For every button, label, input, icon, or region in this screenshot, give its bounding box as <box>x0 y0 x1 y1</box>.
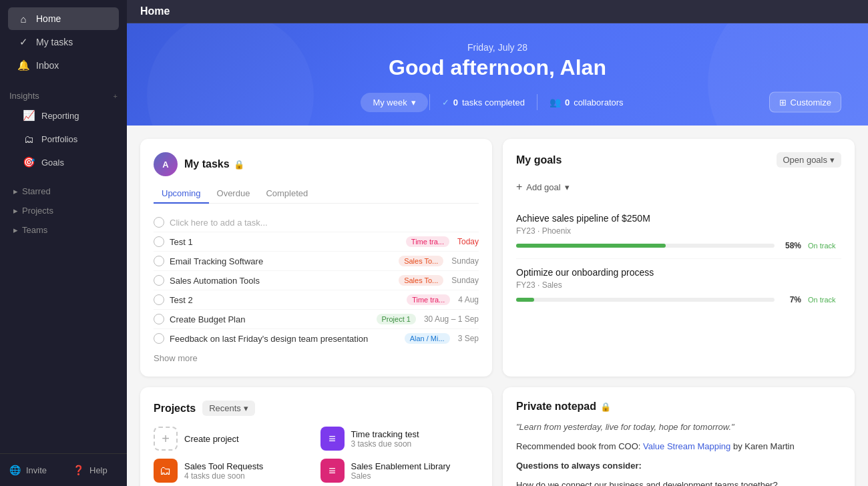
hero-stats: My week ✓ 0 tasks completed 👥 0 collabor… <box>140 92 855 112</box>
task-row[interactable]: Test 2 Time tra... 4 Aug <box>154 290 479 310</box>
project-item[interactable]: ≡ Sales Enablement Library Sales <box>320 459 479 483</box>
goals-icon: 🎯 <box>23 156 35 168</box>
task-name: Create Budget Plan <box>170 314 371 324</box>
task-check[interactable] <box>154 294 164 305</box>
sidebar-item-reporting[interactable]: 📈 Reporting <box>4 104 123 127</box>
tasks-completed-stat: ✓ 0 tasks completed <box>431 93 535 112</box>
project-info: Create project <box>184 434 239 444</box>
task-row[interactable]: Create Budget Plan Project 1 30 Aug – 1 … <box>154 310 479 329</box>
add-task-check[interactable] <box>154 217 164 228</box>
my-week-chevron <box>411 97 416 107</box>
sidebar-item-home[interactable]: ⌂ Home <box>8 7 119 30</box>
open-goals-chevron <box>830 155 835 165</box>
task-row[interactable]: Sales Automation Tools Sales To... Sunda… <box>154 271 479 290</box>
notepad-questions-label: Questions to always consider: <box>516 459 841 473</box>
task-row[interactable]: Test 1 Time tra... Today <box>154 232 479 252</box>
tab-overdue[interactable]: Overdue <box>209 184 258 204</box>
add-task-row[interactable]: Click here to add a task... <box>154 213 479 232</box>
check-icon: ✓ <box>17 36 29 48</box>
task-tag: Alan / Mi... <box>405 333 450 344</box>
task-check[interactable] <box>154 314 164 324</box>
add-goal-chevron <box>565 182 570 192</box>
goal-item[interactable]: Optimize our onboarding process FY23 · S… <box>516 259 841 312</box>
project-icon: ≡ <box>320 459 345 483</box>
notepad-lock-icon: 🔒 <box>600 402 611 412</box>
goal-bar-fill <box>516 298 534 302</box>
notepad-quote: "Learn from yesterday, live for today, h… <box>516 422 841 432</box>
hero-date: Friday, July 28 <box>140 42 855 53</box>
goal-item[interactable]: Achieve sales pipeline of $250M FY23 · P… <box>516 205 841 259</box>
avatar: A <box>154 152 178 176</box>
projects-card: Projects Recents + Create project ≡ Time… <box>140 387 492 486</box>
goal-bar-bg <box>516 244 775 248</box>
task-row[interactable]: Email Tracking Software Sales To... Sund… <box>154 252 479 271</box>
notepad-title: Private notepad 🔒 <box>516 401 841 413</box>
tab-completed[interactable]: Completed <box>258 184 316 204</box>
help-button[interactable]: ❓ Help <box>63 459 127 481</box>
recents-button[interactable]: Recents <box>202 401 255 416</box>
project-icon: + <box>154 427 178 451</box>
task-date: Sunday <box>451 256 479 266</box>
project-sub: Sales <box>351 471 451 481</box>
goal-name: Optimize our onboarding process <box>516 267 841 278</box>
project-item[interactable]: 🗂 Sales Tool Requests 4 tasks due soon <box>154 459 312 483</box>
task-date: 4 Aug <box>458 295 479 304</box>
project-item[interactable]: + Create project <box>154 427 312 451</box>
insights-group: Insights + 📈 Reporting 🗂 Portfolios 🎯 Go… <box>0 84 127 174</box>
goal-meta: FY23 · Phoenix <box>516 226 841 236</box>
starred-section[interactable]: Starred <box>4 180 123 199</box>
people-icon: 👥 <box>550 97 561 107</box>
task-tag: Project 1 <box>377 314 416 324</box>
task-check[interactable] <box>154 236 164 247</box>
open-goals-button[interactable]: Open goals <box>777 152 842 168</box>
task-row[interactable]: Feedback on last Friday's design team pr… <box>154 329 479 348</box>
plus-icon: + <box>516 181 522 193</box>
teams-section[interactable]: Teams <box>4 218 123 238</box>
goal-progress-row: 58% On track <box>516 241 841 250</box>
task-name: Test 2 <box>170 295 401 305</box>
sidebar-item-my-tasks[interactable]: ✓ My tasks <box>8 31 119 53</box>
hero-greeting: Good afternoon, Alan <box>140 55 855 80</box>
task-date: 30 Aug – 1 Sep <box>424 314 479 324</box>
sidebar-item-inbox[interactable]: 🔔 Inbox <box>8 54 119 77</box>
invite-button[interactable]: 🌐 Invite <box>0 459 63 481</box>
page-title: Home <box>140 5 170 17</box>
lock-icon: 🔒 <box>234 160 244 170</box>
task-check[interactable] <box>154 333 164 344</box>
sidebar-item-portfolios[interactable]: 🗂 Portfolios <box>4 128 123 150</box>
customize-button[interactable]: ⊞ Customize <box>769 92 841 113</box>
project-item[interactable]: ≡ Time tracking test 3 tasks due soon <box>320 427 479 451</box>
insights-add-icon[interactable]: + <box>114 92 118 100</box>
notepad-question1: How do we connect our business and devel… <box>516 479 841 486</box>
topbar: Home <box>127 0 868 23</box>
goals-list: Achieve sales pipeline of $250M FY23 · P… <box>516 205 841 312</box>
goal-bar-fill <box>516 244 666 248</box>
project-sub: 4 tasks due soon <box>184 471 263 481</box>
tab-upcoming[interactable]: Upcoming <box>154 184 209 204</box>
sidebar-item-goals[interactable]: 🎯 Goals <box>4 151 123 174</box>
task-date: Today <box>457 237 479 246</box>
my-week-button[interactable]: My week <box>361 93 427 112</box>
goals-title: My goals <box>516 154 562 166</box>
project-name: Create project <box>184 434 239 444</box>
notepad-book-line: Recommended book from COO: Value Stream … <box>516 440 841 454</box>
project-name: Time tracking test <box>351 429 419 439</box>
sidebar-bottom: 🌐 Invite ❓ Help <box>0 453 127 486</box>
show-more-link[interactable]: Show more <box>154 348 479 363</box>
private-notepad-card: Private notepad 🔒 "Learn from yesterday,… <box>503 387 855 486</box>
task-name: Feedback on last Friday's design team pr… <box>170 334 399 344</box>
projects-section[interactable]: Projects <box>4 199 123 218</box>
hero-divider-1 <box>429 94 430 110</box>
task-placeholder: Click here to add a task... <box>170 218 268 228</box>
check-mark: ✓ <box>442 97 449 107</box>
recents-chevron <box>244 403 248 413</box>
notepad-book-link[interactable]: Value Stream Mapping <box>643 441 730 451</box>
starred-chevron <box>13 186 18 196</box>
task-name: Email Tracking Software <box>170 256 393 266</box>
task-check[interactable] <box>154 256 164 266</box>
goal-progress-row: 7% On track <box>516 295 841 304</box>
main-area: Home Friday, July 28 Good afternoon, Ala… <box>127 0 868 486</box>
insights-section[interactable]: Insights + <box>0 84 127 103</box>
task-check[interactable] <box>154 275 164 286</box>
add-goal-button[interactable]: + Add goal <box>516 177 841 197</box>
